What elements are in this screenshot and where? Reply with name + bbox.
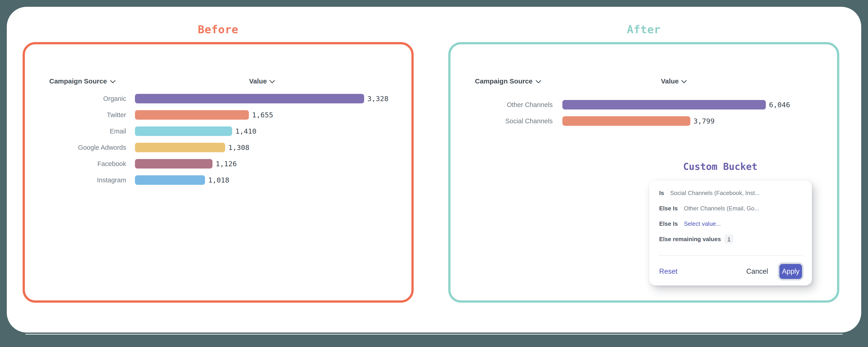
custom-bucket-title: Custom Bucket xyxy=(683,161,757,172)
table-row: Facebook1,126 xyxy=(49,156,388,172)
table-row: Organic3,328 xyxy=(49,90,388,107)
value-header[interactable]: Value xyxy=(249,77,275,85)
before-table-rows: Organic3,328Twitter1,655Email1,410Google… xyxy=(49,90,388,188)
table-header-row: Campaign Source Value xyxy=(49,77,409,87)
value-header-label: Value xyxy=(661,77,679,85)
bucket-rule-row: Else IsOther Channels (Email, Go... xyxy=(659,201,802,216)
bucket-rule-row: Else IsSelect value... xyxy=(659,216,802,231)
value-bar xyxy=(135,110,249,120)
campaign-source-header-label: Campaign Source xyxy=(475,77,532,85)
value-bar xyxy=(135,175,205,185)
cancel-button[interactable]: Cancel xyxy=(746,267,768,276)
custom-bucket-dialog: IsSocial Channels (Facebook, Inst...Else… xyxy=(649,180,812,286)
row-label: Google Adwords xyxy=(49,144,126,151)
value-bar xyxy=(135,143,225,152)
rule-condition-label: Is xyxy=(659,190,664,197)
card-underline xyxy=(25,334,843,335)
value-bar xyxy=(135,94,364,104)
table-row: Social Channels3,799 xyxy=(475,113,790,129)
row-value: 1,126 xyxy=(216,160,237,168)
value-bar xyxy=(135,126,232,136)
rule-condition-label: Else remaining values xyxy=(659,236,721,243)
info-icon[interactable]: i xyxy=(724,234,734,244)
row-value: 1,018 xyxy=(208,176,229,184)
rule-value[interactable]: Social Channels (Facebook, Inst... xyxy=(670,190,760,197)
value-header-label: Value xyxy=(249,77,267,85)
custom-bucket-rows: IsSocial Channels (Facebook, Inst...Else… xyxy=(659,185,802,247)
after-table-rows: Other Channels6,046Social Channels3,799 xyxy=(475,96,790,129)
row-value: 1,655 xyxy=(252,111,273,119)
dialog-divider xyxy=(658,255,803,256)
row-label: Twitter xyxy=(49,111,126,119)
page: { "page": {"background": "#4d676b", "car… xyxy=(0,0,868,347)
value-bar xyxy=(135,159,213,169)
bucket-rule-row: Else remaining valuesi xyxy=(659,231,802,247)
row-value: 3,799 xyxy=(693,117,715,125)
row-label: Instagram xyxy=(49,176,126,184)
after-panel: Campaign Source Value Other Channels6,04… xyxy=(448,42,839,303)
campaign-source-header[interactable]: Campaign Source xyxy=(49,77,116,85)
bucket-rule-row: IsSocial Channels (Facebook, Inst... xyxy=(659,185,802,201)
table-header-row: Campaign Source Value xyxy=(475,77,835,87)
row-value: 1,410 xyxy=(235,127,256,135)
table-row: Twitter1,655 xyxy=(49,107,388,123)
table-row: Other Channels6,046 xyxy=(475,96,790,113)
before-panel: Campaign Source Value Organic3,328Twitte… xyxy=(23,42,414,303)
value-header[interactable]: Value xyxy=(661,77,687,85)
chevron-down-icon xyxy=(681,77,687,85)
row-label: Facebook xyxy=(49,160,126,168)
before-title: Before xyxy=(23,23,414,36)
chevron-down-icon xyxy=(110,77,116,85)
dialog-footer: Reset Cancel Apply xyxy=(659,260,802,283)
rule-condition-label: Else Is xyxy=(659,205,678,212)
after-title: After xyxy=(448,23,839,36)
table-row: Email1,410 xyxy=(49,123,388,139)
rule-condition-label: Else Is xyxy=(659,220,678,227)
chevron-down-icon xyxy=(270,77,275,85)
campaign-source-header[interactable]: Campaign Source xyxy=(475,77,541,85)
table-row: Instagram1,018 xyxy=(49,172,388,188)
row-value: 3,328 xyxy=(367,94,388,103)
row-value: 1,308 xyxy=(228,143,249,151)
rule-value[interactable]: Other Channels (Email, Go... xyxy=(684,205,759,212)
select-value-link[interactable]: Select value... xyxy=(684,220,721,227)
row-label: Email xyxy=(49,127,126,135)
row-value: 6,046 xyxy=(769,101,790,109)
value-bar xyxy=(562,100,766,110)
value-bar xyxy=(562,116,690,126)
table-row: Google Adwords1,308 xyxy=(49,139,388,156)
apply-button[interactable]: Apply xyxy=(779,264,802,279)
row-label: Organic xyxy=(49,95,126,103)
campaign-source-header-label: Campaign Source xyxy=(49,77,107,85)
chevron-down-icon xyxy=(536,77,541,85)
reset-button[interactable]: Reset xyxy=(659,267,677,276)
row-label: Social Channels xyxy=(475,117,553,125)
row-label: Other Channels xyxy=(475,101,553,109)
